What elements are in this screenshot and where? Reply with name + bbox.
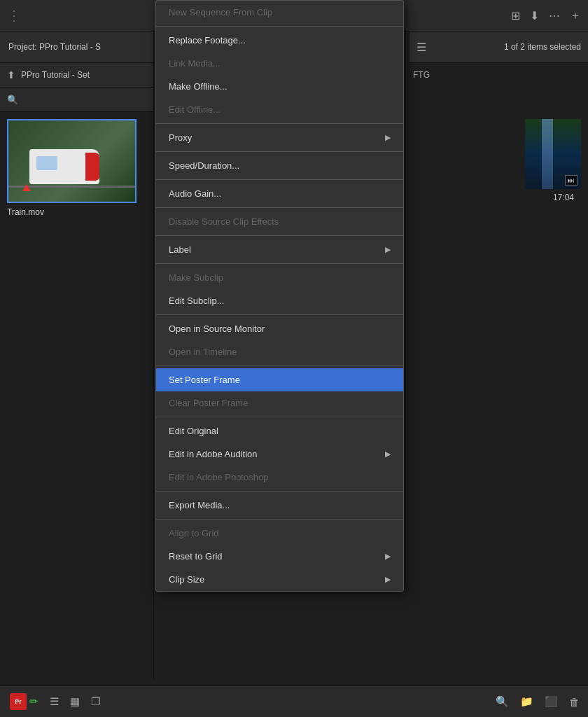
- menu-item-edit-subclip[interactable]: Edit Subclip...: [156, 289, 403, 312]
- breadcrumb-row: ⬆ PPro Tutorial - Set: [0, 63, 154, 88]
- menu-item-new-sequence[interactable]: New Sequence From Clip: [156, 1, 403, 24]
- menu-item-disable-effects[interactable]: Disable Source Clip Effects: [156, 210, 403, 233]
- clip-timestamp: 17:04: [553, 193, 574, 202]
- project-panel-header: Project: PPro Tutorial - S: [0, 32, 154, 63]
- train-front: [85, 153, 99, 181]
- menu-item-make-subclip[interactable]: Make Subclip: [156, 266, 403, 289]
- search-bottom-icon[interactable]: 🔍: [496, 695, 509, 708]
- right-content: ⏭ 17:04: [410, 112, 588, 322]
- copy-icon[interactable]: ❐: [91, 695, 100, 708]
- menu-item-reset-to-grid[interactable]: Reset to Grid ▶: [156, 545, 403, 568]
- menu-separator-12: [156, 519, 403, 520]
- menu-item-open-source-monitor[interactable]: Open in Source Monitor: [156, 317, 403, 340]
- clip-label: Train.mov: [7, 206, 136, 218]
- menu-item-export-media[interactable]: Export Media...: [156, 494, 403, 517]
- context-menu: New Sequence From Clip Replace Footage..…: [155, 0, 404, 592]
- right-panel-header: ☰ 1 of 2 items selected: [410, 32, 588, 63]
- content-area: Train.mov: [0, 112, 154, 679]
- train-window: [36, 156, 57, 170]
- menu-item-link-media[interactable]: Link Media...: [156, 52, 403, 75]
- menu-item-clear-poster-frame[interactable]: Clear Poster Frame: [156, 391, 403, 415]
- second-clip-thumbnail[interactable]: ⏭: [525, 119, 581, 189]
- train-body: [29, 149, 99, 184]
- menu-separator-1: [156, 26, 403, 27]
- train-image: [8, 120, 135, 202]
- hamburger-icon[interactable]: ☰: [416, 41, 426, 54]
- adobe-logo: Pr: [10, 693, 27, 710]
- grid-view-icon[interactable]: ⊞: [511, 9, 520, 22]
- search-icon: 🔍: [7, 95, 18, 105]
- breadcrumb-text: PPro Tutorial - Set: [21, 70, 90, 80]
- menu-item-edit-audition[interactable]: Edit in Adobe Audition ▶: [156, 443, 403, 466]
- menu-item-proxy[interactable]: Proxy ▶: [156, 126, 403, 149]
- menu-separator-9: [156, 366, 403, 366]
- bottom-right-icons: 🔍 📁 ⬛ 🗑: [496, 695, 580, 708]
- items-selected-count: 1 of 2 items selected: [504, 42, 581, 52]
- pencil-icon[interactable]: ✏: [29, 695, 38, 708]
- ff-badge: ⏭: [565, 175, 578, 186]
- clip-size-arrow-icon: ▶: [385, 575, 391, 584]
- menu-separator-10: [156, 417, 403, 417]
- menu-separator-11: [156, 491, 403, 492]
- clip-item-train[interactable]: Train.mov: [7, 119, 136, 218]
- menu-separator-4: [156, 179, 403, 180]
- toolbar-actions: ⊞ ⬇ ⋯ ＋: [511, 8, 581, 23]
- reset-grid-arrow-icon: ▶: [385, 552, 391, 561]
- waterfall-stream: [542, 119, 553, 189]
- bottom-toolbar: Pr ✏ ☰ ▦ ❐ 🔍 📁 ⬛ 🗑: [0, 685, 588, 717]
- export-icon[interactable]: ⬇: [530, 9, 539, 22]
- menu-item-set-poster-frame[interactable]: Set Poster Frame: [156, 368, 403, 391]
- ftg-label: FTG: [413, 70, 430, 80]
- trash-icon[interactable]: 🗑: [569, 696, 580, 708]
- menu-item-clip-size[interactable]: Clip Size ▶: [156, 568, 403, 591]
- menu-item-edit-original[interactable]: Edit Original: [156, 419, 403, 443]
- clip-thumbnail[interactable]: [7, 119, 136, 203]
- menu-item-edit-photoshop[interactable]: Edit in Adobe Photoshop: [156, 466, 403, 489]
- menu-item-edit-offline[interactable]: Edit Offline...: [156, 98, 403, 121]
- menu-item-align-to-grid[interactable]: Align to Grid: [156, 522, 403, 545]
- home-icon[interactable]: ⬆: [7, 69, 15, 81]
- more-options-icon[interactable]: ⋯: [549, 9, 560, 22]
- search-input[interactable]: [22, 95, 146, 104]
- menu-separator-5: [156, 207, 403, 208]
- menu-separator-2: [156, 123, 403, 124]
- menu-separator-8: [156, 314, 403, 315]
- new-item-icon[interactable]: ⬛: [545, 695, 558, 708]
- project-title: Project: PPro Tutorial - S: [8, 42, 101, 52]
- menu-item-open-timeline[interactable]: Open in Timeline: [156, 340, 403, 363]
- menu-separator-7: [156, 263, 403, 264]
- marker-triangle: [22, 184, 31, 191]
- menu-item-replace-footage[interactable]: Replace Footage...: [156, 29, 403, 52]
- menu-item-label[interactable]: Label ▶: [156, 238, 403, 261]
- drag-handle-icon: ⋮: [7, 7, 20, 24]
- grid-view-bottom-icon[interactable]: ▦: [70, 695, 80, 708]
- proxy-arrow-icon: ▶: [385, 133, 391, 142]
- menu-item-speed-duration[interactable]: Speed/Duration...: [156, 154, 403, 177]
- add-panel-icon[interactable]: ＋: [570, 8, 581, 23]
- menu-separator-6: [156, 235, 403, 236]
- audition-arrow-icon: ▶: [385, 450, 391, 459]
- list-view-icon[interactable]: ☰: [50, 695, 59, 708]
- menu-separator-3: [156, 151, 403, 152]
- search-bar: 🔍: [0, 88, 154, 112]
- label-arrow-icon: ▶: [385, 245, 391, 254]
- menu-item-audio-gain[interactable]: Audio Gain...: [156, 182, 403, 205]
- menu-item-make-offline[interactable]: Make Offline...: [156, 75, 403, 98]
- folder-icon[interactable]: 📁: [520, 695, 533, 708]
